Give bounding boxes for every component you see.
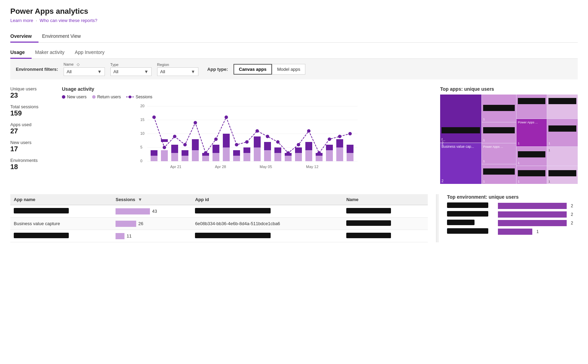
sessions-dot — [266, 135, 269, 138]
sessions-dot — [163, 146, 166, 149]
svg-text:Power Apps ...: Power Apps ... — [483, 145, 503, 148]
apps-used-stat: Apps used 27 — [10, 122, 55, 135]
bar-new — [151, 150, 157, 156]
filter-bar-label: Environment filters: — [16, 67, 58, 72]
name-filter-select[interactable]: All ▼ — [64, 67, 105, 76]
type-filter-group: Type All ▼ — [110, 63, 152, 76]
bar-new — [192, 139, 199, 150]
stats-panel: Unique users 23 Total sessions 159 Apps … — [10, 86, 55, 184]
type-filter-label: Type — [110, 63, 152, 67]
tab-overview[interactable]: Overview — [10, 30, 39, 42]
page-links: Learn more · Who can view these reports? — [10, 18, 578, 23]
svg-text:1: 1 — [483, 159, 485, 163]
svg-text:1: 1 — [518, 142, 520, 145]
env-bar-count-3: 2 — [571, 221, 573, 225]
svg-text:May 12: May 12 — [306, 165, 318, 169]
svg-text:1: 1 — [548, 142, 550, 145]
sessions-legend-icon — [126, 95, 134, 99]
redacted-env-3 — [447, 220, 475, 225]
usage-chart: 20 15 10 5 0 Apr 21 Apr 28 May 05 May 12 — [62, 102, 433, 171]
table-row: Business value capture 26 6e08b334-bb36-… — [10, 218, 428, 230]
treemap-svg: f... Business value cap... 2 2 1 1 — [440, 95, 578, 184]
sessions-bar-2: 26 — [116, 221, 188, 227]
bar-return — [295, 153, 302, 161]
sessions-dot — [235, 143, 238, 146]
name-filter-group: Name ◇ All ▼ — [64, 62, 105, 76]
sessions-dot — [204, 151, 207, 155]
col-sessions[interactable]: Sessions ▼ — [112, 194, 192, 205]
bar-new — [182, 150, 188, 156]
svg-text:1: 1 — [548, 148, 550, 152]
svg-text:Apr 21: Apr 21 — [170, 165, 181, 169]
cell-sessions-3: 11 — [112, 230, 192, 242]
view-reports-link[interactable]: Who can view these reports? — [40, 18, 97, 23]
subtab-maker-activity[interactable]: Maker activity — [35, 46, 72, 58]
bar-new — [254, 136, 261, 147]
cell-app-id-2: 6e08b334-bb36-4e6b-8d4a-511bdce1cba6 — [192, 218, 343, 230]
cell-sessions-2: 26 — [112, 218, 192, 230]
svg-text:May 05: May 05 — [260, 165, 272, 169]
svg-text:1: 1 — [483, 180, 485, 183]
sessions-sort-icon: ▼ — [138, 197, 142, 202]
new-users-stat: New users 17 — [10, 140, 55, 153]
env-bar-row-2: 2 — [447, 211, 578, 218]
sessions-dot — [317, 151, 321, 155]
type-filter-select[interactable]: All ▼ — [110, 67, 152, 76]
region-filter-select[interactable]: All ▼ — [157, 67, 198, 76]
bar-return — [274, 153, 281, 161]
model-apps-button[interactable]: Model apps — [272, 64, 305, 75]
name-filter-label: Name ◇ — [64, 62, 105, 67]
subtab-app-inventory[interactable]: App Inventory — [75, 46, 111, 58]
bottom-section: App name Sessions ▼ App id Name — [10, 194, 578, 242]
bar-return — [151, 156, 157, 161]
unique-users-value: 23 — [10, 91, 55, 99]
redacted-name-2 — [346, 208, 391, 213]
cell-app-name-3 — [10, 230, 112, 242]
tab-environment-view[interactable]: Environment View — [42, 30, 88, 42]
svg-text:0: 0 — [140, 159, 142, 163]
unique-users-stat: Unique users 23 — [10, 86, 55, 99]
table-row: 43 — [10, 205, 428, 218]
sessions-dot — [286, 151, 290, 155]
svg-text:2: 2 — [442, 179, 444, 183]
treemap-redacted-5 — [518, 98, 545, 104]
legend-sessions: Sessions — [126, 95, 152, 99]
canvas-apps-button[interactable]: Canvas apps — [233, 64, 272, 75]
bar-return — [161, 150, 168, 161]
cell-app-id-3 — [192, 230, 343, 242]
redacted-id — [195, 208, 271, 213]
svg-text:Apr 28: Apr 28 — [215, 165, 226, 169]
svg-text:5: 5 — [140, 145, 142, 149]
svg-text:Power Apps ...: Power Apps ... — [518, 121, 538, 124]
svg-text:1: 1 — [548, 180, 550, 183]
sessions-dot — [307, 129, 311, 133]
treemap-redacted-7 — [548, 125, 576, 132]
total-sessions-label: Total sessions — [10, 104, 55, 109]
sessions-dot — [348, 132, 352, 135]
bar-return — [233, 156, 240, 161]
legend-return-users-label: Return users — [97, 95, 121, 99]
cell-app-name — [10, 205, 112, 218]
col-app-id: App id — [192, 194, 343, 205]
page-title: Power Apps analytics — [10, 7, 578, 16]
treemap-redacted-3 — [483, 127, 515, 133]
treemap-panel: Top apps: unique users f... Business val… — [440, 86, 578, 184]
sessions-dot — [152, 115, 156, 119]
bar-fill-2 — [116, 221, 136, 227]
svg-text:2: 2 — [442, 141, 444, 145]
env-bar-fill-2 — [498, 211, 567, 218]
bar-return — [285, 156, 292, 161]
svg-text:Business value cap...: Business value cap... — [442, 145, 474, 148]
env-bar-label-2 — [447, 211, 495, 218]
svg-text:1: 1 — [483, 139, 485, 142]
env-bar-fill-1 — [498, 203, 567, 209]
learn-more-link[interactable]: Learn more — [10, 18, 33, 23]
app-type-buttons: Canvas apps Model apps — [233, 64, 305, 75]
total-sessions-stat: Total sessions 159 — [10, 104, 55, 117]
sessions-dot — [328, 137, 331, 141]
sessions-dot — [276, 140, 280, 144]
cell-name-3 — [343, 230, 428, 242]
sessions-line — [154, 117, 350, 153]
sessions-dot — [297, 143, 300, 146]
subtab-usage[interactable]: Usage — [10, 46, 32, 58]
